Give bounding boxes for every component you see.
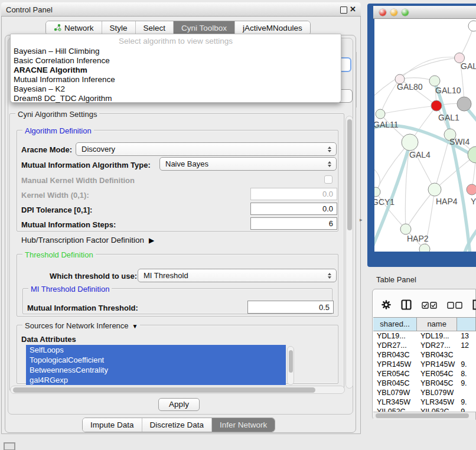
attribute-list-item[interactable]: TopologicalCoefficient [26,355,286,365]
mi-threshold-input[interactable] [247,301,334,314]
scrollbar-thumb[interactable] [289,350,293,373]
dpi-tolerance-input[interactable] [250,203,337,215]
network-graph: GALGAL80GAL10GAL1GAL11GAL4SWI4HAP4YGCY1H… [374,19,476,252]
minimize-traffic-light[interactable] [390,9,397,16]
mi-type-select[interactable]: Naive Bayes [159,157,337,171]
stepper-icon [325,161,334,167]
data-attributes-list[interactable]: SelfLoopsTopologicalCoefficientBetweenne… [26,345,286,386]
table-row[interactable]: YPR145WYPR145W9. [373,360,476,369]
zoom-traffic-light[interactable] [402,9,409,16]
deselect-all-icon[interactable] [447,301,462,311]
table-row[interactable]: YDL19...YDL19...13 [373,331,476,341]
which-threshold-label: Which threshold to use: [50,272,137,281]
close-traffic-light[interactable] [379,9,386,16]
network-node-gcy1[interactable] [374,187,380,197]
manual-kernel-checkbox[interactable] [324,175,332,184]
table-cell: YIL052C [373,407,417,412]
sources-group-title[interactable]: Sources for Network Inference▼ [22,321,140,330]
hidden-combo-fragment[interactable] [340,57,351,72]
table-body: YDL19...YDL19...13YDR27...YDR27...12YBR0… [373,331,476,412]
select-all-icon[interactable] [422,301,437,311]
minimized-panel-icon[interactable] [4,442,15,450]
tab-cyni-toolbox[interactable]: Cyni Toolbox [173,21,234,35]
network-edge[interactable] [380,106,436,114]
attribute-list-item[interactable]: BetweennessCentrality [26,365,286,375]
network-edge[interactable] [400,57,459,79]
table-row[interactable]: YBL079WYBL079W [373,388,476,397]
table-cell: 9. [457,397,476,407]
table-row[interactable]: YLR345WYLR345W9. [373,397,476,407]
apply-button[interactable]: Apply [158,398,200,411]
table-column-header[interactable]: shared... [373,318,417,331]
scrollbar-thumb[interactable] [13,387,315,393]
settings-horizontal-scrollbar[interactable] [10,386,345,394]
scrollbar-thumb[interactable] [347,119,352,230]
scrollbar-thumb[interactable] [376,413,469,418]
table-column-header[interactable]: name [417,318,457,331]
data-attributes-label: Data Attributes [21,335,76,344]
network-node-gal11[interactable] [376,109,385,119]
tab-style[interactable]: Style [102,21,135,35]
attribute-list-item[interactable]: gal4RGexp [26,375,286,385]
network-node-hap4[interactable] [428,183,441,196]
attribute-list-item[interactable]: SelfLoops [26,345,286,355]
aracne-mode-select[interactable]: Discovery [76,142,337,156]
collapse-down-icon: ▼ [132,323,138,330]
attributes-list-scrollbar[interactable] [287,346,294,385]
table-column-header[interactable] [457,318,476,331]
network-node-y[interactable] [467,184,476,195]
table-row[interactable]: YDR27...YDR27...12 [373,341,476,350]
dropdown-item[interactable]: Mutual Information Inference [14,75,115,84]
close-icon[interactable]: ✕ [350,5,356,14]
kernel-width-input[interactable] [250,188,337,200]
dropdown-item[interactable]: Dream8 DC_TDC Algorithm [14,94,112,103]
table-cell: 12 [457,341,476,350]
network-node-gal1[interactable] [431,100,442,111]
network-node-gal10[interactable] [429,76,440,86]
table-row[interactable]: YIL052CYIL052C9 [373,407,476,412]
dropdown-item[interactable]: ARACNE Algorithm [14,66,87,75]
tab-label: Cyni Toolbox [181,24,227,32]
network-node[interactable] [457,97,471,111]
node-label: GAL10 [435,86,461,95]
dropdown-item[interactable]: Basic Correlation Inference [14,56,110,66]
gear-icon[interactable] [382,300,391,312]
mi-steps-input[interactable] [250,217,337,230]
hub-definition-toggle[interactable]: Hub/Transcription Factor Definition▶ [21,236,154,244]
kernel-width-label: Kernel Width (0,1): [21,191,89,200]
network-edge[interactable] [406,190,435,229]
table-row[interactable]: YBR045CYBR045C9. [373,379,476,388]
tab-jactivemnodules[interactable]: jActiveMNodules [234,21,310,35]
tab-network[interactable]: Network [46,21,102,35]
table-cell: YBR043C [373,350,417,360]
tab-impute-data[interactable]: Impute Data [83,418,142,432]
node-table[interactable]: shared...name YDL19...YDL19...13YDR27...… [373,317,476,412]
network-edge[interactable] [376,142,410,192]
network-node-hap2[interactable] [400,224,411,234]
columns-icon[interactable] [401,299,412,312]
network-node-gal4[interactable] [402,134,418,151]
float-panel-icon[interactable] [340,6,347,14]
tab-discretize-data[interactable]: Discretize Data [142,418,212,432]
network-node[interactable] [419,244,430,252]
network-node[interactable] [468,21,476,31]
dropdown-item[interactable]: Bayesian – Hill Climbing [14,47,100,56]
node-label: GCY1 [374,197,395,207]
table-cell: 8. [457,369,476,379]
network-window-titlebar[interactable] [373,6,476,19]
network-canvas[interactable]: GALGAL80GAL10GAL1GAL11GAL4SWI4HAP4YGCY1H… [374,19,476,252]
settings-vertical-scrollbar[interactable] [345,116,353,389]
splitter-handle-icon[interactable]: ▸ [360,217,363,223]
table-row[interactable]: YER054CYER054C8. [373,369,476,379]
which-threshold-select[interactable]: MI Threshold [138,269,337,282]
table-cell: YBR045C [417,379,457,388]
new-table-icon[interactable] [472,299,476,312]
table-cell: YPR145W [373,360,417,369]
table-row[interactable]: YBR043CYBR043C [373,350,476,360]
table-horizontal-scrollbar[interactable] [373,412,475,420]
tab-infer-network[interactable]: Infer Network [211,418,275,432]
dropdown-item[interactable]: Bayesian – K2 [14,84,65,94]
algorithm-dropdown-popup: Select algorithm to view settings Bayesi… [10,34,341,103]
node-label: HAP2 [407,234,429,243]
tab-select[interactable]: Select [135,21,174,35]
